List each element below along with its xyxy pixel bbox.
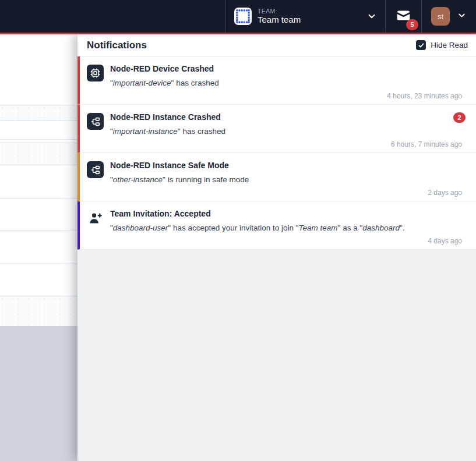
unread-count-badge: 5 [406,19,418,30]
notifications-panel: Notifications Hide Read Node-RED Device … [77,34,476,461]
team-pixel-avatar-icon [234,8,252,25]
notification-title: Team Invitation: Accepted [110,208,462,219]
device-chip-icon [87,65,104,81]
notification-message: "other-instance" is running in safe mode [110,175,462,185]
notification-item[interactable]: Node-RED Instance Crashed "important-ins… [77,105,476,153]
user-menu[interactable]: st [421,0,476,33]
hide-read-toggle[interactable]: Hide Read [416,40,468,50]
top-navbar: TEAM: Team team 5 st [0,0,476,33]
notification-message: "important-device" has crashed [110,78,462,88]
notification-message: "important-instance" has crashed [110,126,462,137]
notification-item[interactable]: Team Invitation: Accepted "dashboard-use… [77,201,476,250]
hide-read-label: Hide Read [431,41,468,49]
chevron-down-icon [457,10,467,23]
instance-icon [87,113,104,130]
team-name: Team team [258,15,301,24]
instance-icon [87,161,104,178]
notification-item[interactable]: Node-RED Instance Safe Mode "other-insta… [77,153,476,201]
notification-timestamp: 6 hours, 7 minutes ago [110,140,462,148]
panel-title: Notifications [87,40,416,51]
notification-title: Node-RED Device Crashed [110,63,462,74]
notifications-panel-header: Notifications Hide Read [77,34,476,56]
user-add-icon [87,210,104,226]
notification-title: Node-RED Instance Safe Mode [110,160,462,171]
team-switcher-dropdown[interactable]: TEAM: Team team [225,0,385,33]
notification-list: Node-RED Device Crashed "important-devic… [77,56,476,250]
chevron-down-icon [366,11,377,22]
notification-timestamp: 4 days ago [110,237,462,245]
navbar-spacer [0,0,225,33]
hide-read-checkbox[interactable] [416,40,426,50]
notification-timestamp: 2 days ago [110,189,462,197]
notification-timestamp: 4 hours, 23 minutes ago [110,92,462,100]
notification-title: Node-RED Instance Crashed [110,112,462,122]
notifications-inbox-button[interactable]: 5 [385,0,421,33]
notification-message: "dashboard-user" has accepted your invit… [110,223,462,233]
team-overline-label: TEAM: [258,8,301,15]
avatar: st [431,7,450,26]
notification-item[interactable]: Node-RED Device Crashed "important-devic… [77,56,476,105]
notification-badge: 2 [453,112,466,123]
